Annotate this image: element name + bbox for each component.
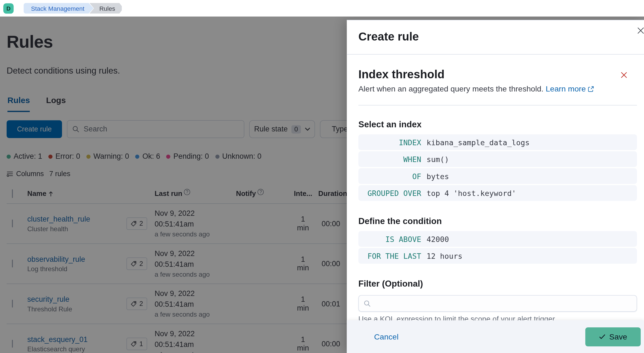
divider bbox=[359, 105, 637, 106]
rule-type-title: Index threshold bbox=[359, 68, 445, 81]
breadcrumb-stack-management[interactable]: Stack Management bbox=[24, 3, 94, 14]
external-link-icon bbox=[588, 86, 594, 92]
learn-more-link[interactable]: Learn more bbox=[546, 84, 594, 93]
breadcrumb: Stack Management Rules bbox=[24, 3, 122, 14]
flyout-body: Index threshold Alert when an aggregated… bbox=[347, 55, 644, 324]
search-icon bbox=[364, 300, 371, 307]
when-expression[interactable]: WHEN sum() bbox=[359, 151, 637, 167]
save-button[interactable]: Save bbox=[585, 327, 641, 346]
time-window-expression[interactable]: FOR THE LAST 12 hours bbox=[359, 248, 637, 264]
app-window: D Stack Management Rules Rules Detect co… bbox=[0, 0, 644, 353]
rule-type-description: Alert when an aggregated query meets the… bbox=[359, 84, 544, 93]
flyout-footer: Cancel Save bbox=[347, 320, 644, 353]
index-expression-list: INDEX kibana_sample_data_logs WHEN sum()… bbox=[359, 134, 637, 201]
condition-expression-list: IS ABOVE 42000 FOR THE LAST 12 hours bbox=[359, 231, 637, 264]
remove-rule-type-icon[interactable] bbox=[620, 71, 628, 79]
select-index-heading: Select an index bbox=[359, 120, 637, 130]
index-expression[interactable]: INDEX kibana_sample_data_logs bbox=[359, 134, 637, 150]
create-rule-flyout: Create rule Index threshold Alert when a… bbox=[347, 20, 644, 353]
kql-filter-input[interactable] bbox=[374, 299, 632, 308]
cancel-button[interactable]: Cancel bbox=[374, 332, 399, 341]
threshold-expression[interactable]: IS ABOVE 42000 bbox=[359, 231, 637, 247]
kql-filter-box[interactable] bbox=[359, 295, 637, 312]
filter-heading: Filter (Optional) bbox=[359, 279, 637, 289]
breadcrumb-rules: Rules bbox=[89, 3, 122, 14]
of-expression[interactable]: OF bytes bbox=[359, 168, 637, 184]
grouped-over-expression[interactable]: GROUPED OVER top 4 'host.keyword' bbox=[359, 185, 637, 201]
top-header-bar: D Stack Management Rules bbox=[0, 0, 644, 17]
close-icon[interactable] bbox=[635, 25, 644, 36]
space-avatar[interactable]: D bbox=[3, 3, 14, 14]
flyout-title: Create rule bbox=[359, 30, 628, 44]
define-condition-heading: Define the condition bbox=[359, 216, 637, 226]
check-icon bbox=[599, 334, 605, 339]
flyout-header: Create rule bbox=[347, 20, 644, 55]
